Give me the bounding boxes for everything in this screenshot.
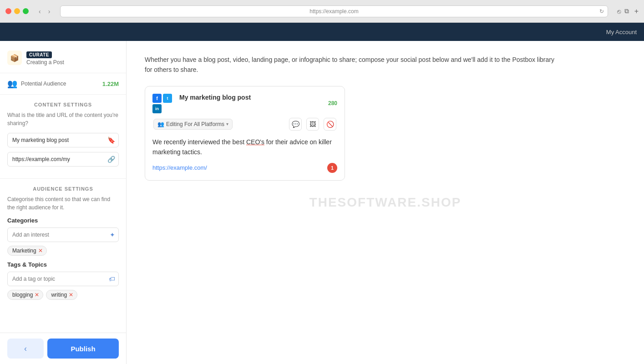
tab-icon[interactable]: ⧉	[624, 7, 629, 15]
marketing-chip: Marketing ✕	[7, 246, 47, 256]
ceo-link[interactable]: CEO's	[246, 138, 264, 146]
share-icon[interactable]: ⎋	[617, 7, 621, 15]
comment-icon[interactable]: 💬	[289, 118, 302, 131]
writing-chip: writing ✕	[46, 290, 77, 300]
publish-button[interactable]: Publish	[47, 339, 119, 359]
platform-icons-group: f t in	[152, 94, 172, 113]
post-url-link[interactable]: https://example.com/	[152, 164, 207, 171]
new-tab-button[interactable]: +	[634, 7, 639, 15]
categories-input-row: ✦	[7, 228, 119, 242]
audience-label: Potential Audience	[21, 81, 99, 87]
audience-settings-section: AUDIENCE SETTINGS Categorise this conten…	[0, 179, 126, 307]
sidebar-icon: 📦	[7, 51, 22, 65]
edit-persons-icon: 👥	[157, 121, 164, 127]
potential-audience-row: 👥 Potential Audience 1.22M	[0, 73, 126, 95]
app-body: 📦 CURATE Creating a Post 👥 Potential Aud…	[0, 41, 644, 364]
back-nav-button[interactable]: ‹	[36, 7, 44, 16]
watermark: THESOFTWARE.SHOP	[309, 195, 461, 210]
refresh-icon[interactable]: ↻	[599, 8, 604, 15]
blogging-chip-remove[interactable]: ✕	[35, 292, 39, 298]
sidebar-bottom: ‹ Publish	[0, 333, 126, 364]
post-card: f t in My marketing blog post 280 �	[145, 86, 345, 181]
categories-label: Categories	[7, 217, 119, 224]
chevron-down-icon: ▾	[226, 121, 228, 126]
audience-icon: 👥	[7, 79, 17, 89]
image-icon[interactable]: 🖼	[306, 118, 319, 131]
link-icon: 🔗	[107, 156, 115, 163]
url-bar[interactable]: https://example.com ↻	[60, 5, 608, 17]
sidebar-branding: CURATE Creating a Post	[26, 50, 64, 66]
post-card-header: f t in My marketing blog post 280	[152, 94, 337, 113]
url-text: https://example.com	[309, 8, 358, 15]
creating-post-label: Creating a Post	[26, 59, 64, 66]
content-settings-section: CONTENT SETTINGS What is the title and U…	[0, 95, 126, 179]
curate-badge: CURATE	[26, 51, 52, 58]
block-icon[interactable]: 🚫	[324, 118, 336, 131]
editing-bar: 👥 Editing For All Platforms ▾ 💬 🖼 🚫	[152, 118, 337, 131]
facebook-icon: f	[152, 94, 162, 103]
url-input-row: 🔗	[7, 152, 119, 167]
char-count: 280	[328, 100, 337, 106]
maximize-button[interactable]	[23, 8, 29, 14]
categories-input[interactable]	[7, 228, 119, 242]
tags-topics-label: Tags & Topics	[7, 261, 119, 268]
editing-label: Editing For All Platforms	[166, 121, 224, 127]
marketing-chip-label: Marketing	[12, 248, 36, 254]
back-button[interactable]: ‹	[7, 339, 44, 359]
audience-value: 1.22M	[102, 81, 119, 87]
close-button[interactable]	[5, 8, 11, 14]
forward-nav-button[interactable]: ›	[46, 7, 53, 16]
post-body: We recently interviewed the best CEO's f…	[152, 137, 337, 157]
traffic-lights	[5, 8, 29, 14]
notification-badge: 1	[327, 163, 337, 173]
intro-text: Whether you have a blog post, video, lan…	[145, 55, 554, 75]
category-chips-list: Marketing ✕	[7, 246, 119, 256]
post-body-text-1: We recently interviewed the best	[152, 138, 246, 146]
app-header: My Account	[0, 23, 644, 41]
tags-list: blogging ✕ writing ✕	[7, 290, 119, 300]
linkedin-icon: in	[152, 104, 162, 113]
audience-settings-desc: Categorise this content so that we can f…	[7, 195, 119, 212]
editing-select[interactable]: 👥 Editing For All Platforms ▾	[153, 119, 233, 130]
post-footer: https://example.com/ 1	[152, 163, 337, 173]
my-account-link[interactable]: My Account	[606, 29, 637, 35]
tags-input[interactable]	[7, 272, 119, 286]
title-input-row: 🔖	[7, 133, 119, 147]
content-settings-title: CONTENT SETTINGS	[7, 102, 119, 107]
writing-chip-remove[interactable]: ✕	[69, 292, 73, 298]
tag-icon: 🏷	[109, 275, 115, 283]
browser-chrome: ‹ › https://example.com ↻ ⎋ ⧉ +	[0, 0, 644, 23]
blogging-chip: blogging ✕	[7, 290, 43, 300]
post-title: My marketing blog post	[179, 94, 328, 101]
minimize-button[interactable]	[14, 8, 20, 14]
main-content-wrapper: Whether you have a blog post, video, lan…	[127, 41, 644, 364]
main-content: Whether you have a blog post, video, lan…	[127, 41, 644, 194]
blogging-chip-label: blogging	[12, 292, 33, 298]
url-input[interactable]	[7, 152, 119, 167]
nav-arrows: ‹ ›	[36, 7, 53, 16]
tags-input-row: 🏷	[7, 272, 119, 286]
writing-chip-label: writing	[51, 292, 67, 298]
twitter-icon: t	[163, 94, 172, 103]
bookmark-icon: 🔖	[107, 136, 115, 144]
sidebar-header: 📦 CURATE Creating a Post	[0, 41, 126, 73]
marketing-chip-remove[interactable]: ✕	[38, 248, 43, 254]
interest-icon: ✦	[110, 231, 115, 238]
audience-settings-title: AUDIENCE SETTINGS	[7, 186, 119, 192]
browser-actions: ⎋ ⧉	[617, 7, 629, 15]
content-settings-desc: What is the title and URL of the content…	[7, 111, 119, 127]
title-input[interactable]	[7, 133, 119, 147]
sidebar: 📦 CURATE Creating a Post 👥 Potential Aud…	[0, 41, 127, 364]
toolbar-icons: 💬 🖼 🚫	[289, 118, 336, 131]
